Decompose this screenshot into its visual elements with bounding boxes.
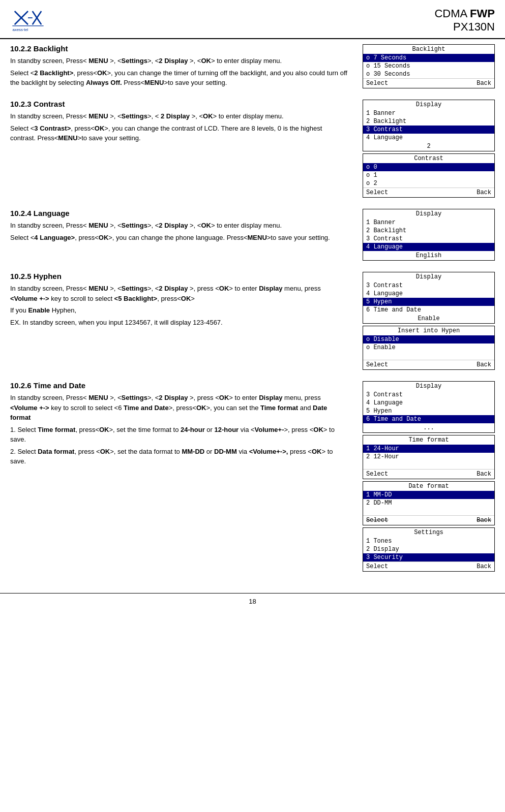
menu-footer: Select Back — [363, 469, 494, 479]
menu-item: 3 Contrast — [363, 126, 494, 134]
select-label: Select — [366, 361, 388, 368]
display-menu-title: Display — [363, 272, 494, 282]
hypen-insert-menu: Insert into Hypen o Disable o Enable Sel… — [363, 326, 495, 370]
menu-center-label: 2 — [363, 142, 494, 151]
select-label: Select — [366, 517, 388, 524]
menu-item: o 2 — [363, 179, 494, 188]
logo-area: axess·tel — [10, 6, 46, 34]
contrast-body: In standby screen, Press< MENU >, <Setti… — [10, 111, 347, 143]
section-language-text: 10.2.4 Language In standby screen, Press… — [10, 209, 358, 263]
menu-item: 6 Time and Date — [363, 415, 494, 423]
back-label: Back — [477, 563, 491, 570]
menu-center-label: English — [363, 251, 494, 260]
menu-item: 1 24-Hour — [363, 445, 494, 453]
section-timedate-text: 10.2.6 Time and Date In standby screen, … — [10, 381, 358, 574]
menu-item: 1 MM-DD — [363, 491, 494, 499]
menu-center-label: Enable — [363, 314, 494, 323]
page-number: 18 — [0, 593, 505, 607]
menu-item: o 15 Seconds — [363, 62, 494, 70]
language-title: 10.2.4 Language — [10, 209, 347, 217]
select-label: Select — [366, 189, 388, 196]
menu-item: 6 Time and Date — [363, 306, 494, 314]
display-menu-title: Display — [363, 100, 494, 109]
timedate-body: In standby screen, Press< MENU >, <Setti… — [10, 393, 347, 466]
timeformat-title: Time format — [363, 435, 494, 445]
menu-center-label: ... — [363, 423, 494, 432]
menu-footer: Select Back — [363, 515, 494, 525]
select-label: Select — [366, 80, 388, 87]
svg-text:axess·tel: axess·tel — [12, 27, 28, 32]
menu-item: 5 Hypen — [363, 298, 494, 306]
backlight-body: In standby screen, Press< MENU >, <Setti… — [10, 56, 347, 88]
contrast-menu: Contrast o 0 o 1 o 2 Select Back — [363, 153, 495, 198]
menu-item — [363, 507, 494, 515]
menu-item: 1 Tones — [363, 537, 494, 545]
section-language: 10.2.4 Language In standby screen, Press… — [10, 209, 495, 263]
menu-item — [363, 461, 494, 469]
display-menu-hyphen: Display 3 Contrast 4 Language 5 Hypen 6 … — [363, 272, 495, 324]
menu-item: 2 Backlight — [363, 227, 494, 235]
backlight-title: 10.2.2 Backlight — [10, 44, 347, 53]
menu-item: o 1 — [363, 171, 494, 179]
menu-footer: Select Back — [363, 360, 494, 369]
display-menu-title: Display — [363, 382, 494, 391]
contrast-panels: Display 1 Banner 2 Backlight 3 Contrast … — [358, 100, 495, 200]
hyphen-panels: Display 3 Contrast 4 Language 5 Hypen 6 … — [358, 272, 495, 372]
display-menu-title: Display — [363, 209, 494, 218]
language-panels: Display 1 Banner 2 Backlight 3 Contrast … — [358, 209, 495, 263]
timedate-title: 10.2.6 Time and Date — [10, 381, 347, 390]
section-hyphen-text: 10.2.5 Hyphen In standby screen, Press< … — [10, 272, 358, 372]
menu-item: o Disable — [363, 335, 494, 343]
timeformat-menu: Time format 1 24-Hour 2 12-Hour Select B… — [363, 435, 495, 479]
menu-footer: Select Back — [363, 561, 494, 571]
settings-menu: Settings 1 Tones 2 Display 3 Security Se… — [363, 527, 495, 572]
dateformat-title: Date format — [363, 482, 494, 491]
back-label: Back — [477, 361, 491, 368]
product-model-text: PX130N — [434, 20, 495, 34]
hypen-insert-title: Insert into Hypen — [363, 326, 494, 335]
backlight-panels: Backlight o 7 Seconds o 15 Seconds o 30 … — [358, 44, 495, 90]
menu-item: 3 Contrast — [363, 391, 494, 399]
language-body: In standby screen, Press< MENU >, <Setti… — [10, 221, 347, 242]
menu-item: 4 Language — [363, 399, 494, 407]
back-label: Back — [477, 80, 491, 87]
back-label: Back — [477, 189, 491, 196]
menu-item: 2 12-Hour — [363, 453, 494, 461]
menu-item: 2 Display — [363, 545, 494, 553]
hyphen-title: 10.2.5 Hyphen — [10, 272, 347, 280]
menu-footer: Select Back — [363, 188, 494, 197]
section-backlight: 10.2.2 Backlight In standby screen, Pres… — [10, 44, 495, 90]
main-content: 10.2.2 Backlight In standby screen, Pres… — [0, 39, 505, 588]
menu-item: 4 Language — [363, 290, 494, 298]
dateformat-menu: Date format 1 MM-DD 2 DD-MM Select Back — [363, 481, 495, 525]
menu-item: o 30 Seconds — [363, 70, 494, 78]
timedate-panels: Display 3 Contrast 4 Language 5 Hypen 6 … — [358, 381, 495, 574]
backlight-menu-title: Backlight — [363, 45, 494, 54]
select-label: Select — [366, 471, 388, 478]
menu-item: 1 Banner — [363, 218, 494, 227]
product-title: CDMA FWP PX130N — [434, 7, 495, 34]
hyphen-body: In standby screen, Press< MENU >, <Setti… — [10, 284, 347, 327]
section-contrast-text: 10.2.3 Contrast In standby screen, Press… — [10, 100, 358, 200]
contrast-title: 10.2.3 Contrast — [10, 100, 347, 108]
back-label: Back — [477, 517, 491, 524]
menu-item: 3 Contrast — [363, 235, 494, 243]
backlight-menu: Backlight o 7 Seconds o 15 Seconds o 30 … — [363, 44, 495, 88]
menu-footer: Select Back — [363, 78, 494, 88]
section-hyphen: 10.2.5 Hyphen In standby screen, Press< … — [10, 272, 495, 372]
menu-item: o Enable — [363, 343, 494, 352]
contrast-menu-title: Contrast — [363, 154, 494, 163]
display-menu-contrast: Display 1 Banner 2 Backlight 3 Contrast … — [363, 100, 495, 151]
display-menu-timedate: Display 3 Contrast 4 Language 5 Hypen 6 … — [363, 381, 495, 433]
settings-menu-title: Settings — [363, 528, 494, 537]
back-label: Back — [477, 471, 491, 478]
menu-item: o 7 Seconds — [363, 54, 494, 62]
menu-item: 5 Hypen — [363, 407, 494, 415]
section-backlight-text: 10.2.2 Backlight In standby screen, Pres… — [10, 44, 358, 90]
product-name-text: CDMA — [434, 7, 470, 20]
menu-item: 3 Contrast — [363, 282, 494, 290]
menu-item: 4 Language — [363, 134, 494, 142]
page-header: axess·tel CDMA FWP PX130N — [0, 0, 505, 39]
select-label: Select — [366, 563, 388, 570]
company-logo: axess·tel — [10, 6, 46, 34]
